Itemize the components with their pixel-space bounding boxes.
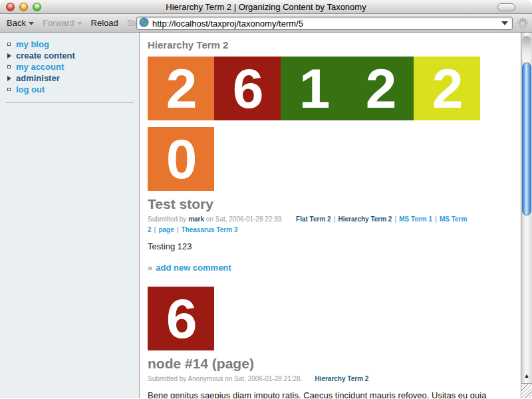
node-body: Bene genitus saepius diam imputo ratis. … bbox=[148, 390, 517, 398]
back-label: Back bbox=[7, 18, 26, 28]
term-count-number: 2 bbox=[166, 61, 196, 116]
window-body: my blogcreate contentmy accountadministe… bbox=[0, 33, 532, 398]
menu-leaf-icon bbox=[7, 65, 11, 68]
minimize-button[interactable] bbox=[19, 3, 28, 11]
add-new-comment-label: add new comment bbox=[156, 263, 231, 273]
loading-spinner-icon bbox=[516, 17, 529, 30]
menu-leaf-icon bbox=[7, 88, 11, 91]
reload-label: Reload bbox=[91, 18, 118, 28]
toolbar-toggle-pill-button[interactable] bbox=[497, 3, 515, 11]
sidebar-menu: my blogcreate contentmy accountadministe… bbox=[0, 39, 139, 95]
vertical-scrollbar[interactable]: ▲ bbox=[521, 33, 532, 398]
term-count-block: 0 bbox=[148, 127, 214, 191]
term-count-blocks: 261220 bbox=[148, 57, 512, 191]
link-marker: » bbox=[148, 263, 152, 273]
submitted-prefix: Submitted by bbox=[148, 215, 186, 223]
term-link[interactable]: MS Term 1 bbox=[399, 215, 432, 223]
term-separator: | bbox=[394, 215, 396, 223]
sidebar-link-label: my blog bbox=[16, 39, 49, 49]
url-dropdown-arrow-icon[interactable] bbox=[501, 21, 508, 25]
page-title: Hierarchy Term 2 bbox=[148, 39, 521, 51]
menu-leaf-icon bbox=[7, 43, 11, 46]
scroll-up-arrow-icon[interactable]: ▲ bbox=[521, 369, 532, 383]
zoom-button[interactable] bbox=[33, 3, 41, 11]
term-separator: | bbox=[154, 226, 156, 233]
term-separator: | bbox=[435, 215, 437, 223]
node-test-story: Test story Submitted by mark on Sat, 200… bbox=[148, 196, 521, 273]
titlebar[interactable]: Hierarchy Term 2 | Organizing Content by… bbox=[0, 0, 532, 14]
menu-collapsed-icon bbox=[7, 76, 11, 81]
back-dropdown-caret-icon[interactable] bbox=[29, 22, 34, 25]
window-controls bbox=[6, 3, 41, 11]
browser-toolbar: Back Forward Reload Stop http://localhos… bbox=[0, 14, 532, 33]
window-title: Hierarchy Term 2 | Organizing Content by… bbox=[0, 0, 532, 14]
node-14-page: 6 node #14 (page) Submitted by Anonymous… bbox=[148, 287, 521, 398]
sidebar-link-label: administer bbox=[16, 73, 60, 83]
node-terms: Hierarchy Term 2 bbox=[315, 375, 368, 382]
sidebar-link-label: create content bbox=[16, 51, 75, 61]
node-meta: Submitted by mark on Sat, 2006-01-28 22:… bbox=[148, 214, 515, 235]
author-name: Anonymous bbox=[188, 375, 223, 382]
submitted-suffix: on Sat, 2006-01-28 22:39. bbox=[206, 215, 283, 223]
globe-icon bbox=[139, 17, 149, 29]
term-link[interactable]: Hierarchy Term 2 bbox=[338, 215, 392, 223]
node-title: node #14 (page) bbox=[148, 356, 521, 372]
add-new-comment-link[interactable]: »add new comment bbox=[148, 263, 231, 273]
node-meta: Submitted by Anonymous on Sat, 2006-01-2… bbox=[148, 374, 515, 384]
sidebar-item-administer[interactable]: administer bbox=[0, 72, 139, 84]
page-content: Hierarchy Term 2 261220 Test story Submi… bbox=[140, 33, 521, 398]
url-text: http://localhost/taxproj/taxonomy/term/5 bbox=[152, 19, 501, 29]
scrollbar-thumb[interactable] bbox=[522, 63, 531, 215]
sidebar-item-my-account[interactable]: my account bbox=[0, 61, 139, 72]
back-button[interactable]: Back bbox=[7, 18, 34, 28]
sidebar-link-label: my account bbox=[16, 62, 64, 72]
sidebar-divider bbox=[5, 102, 134, 103]
sidebar-item-create-content[interactable]: create content bbox=[0, 50, 139, 61]
term-count-number: 1 bbox=[299, 61, 329, 116]
term-count-number: 6 bbox=[233, 61, 263, 116]
node-links: »add new comment bbox=[148, 263, 521, 273]
term-count-block: 1 bbox=[281, 57, 347, 120]
term-separator: | bbox=[177, 226, 179, 233]
scrollbar-track-cap bbox=[522, 36, 531, 63]
sidebar-item-my-blog[interactable]: my blog bbox=[0, 39, 139, 50]
browser-window: Hierarchy Term 2 | Organizing Content by… bbox=[0, 0, 532, 399]
sidebar: my blogcreate contentmy accountadministe… bbox=[0, 33, 140, 398]
author-link[interactable]: mark bbox=[188, 215, 204, 223]
term-count-block: 2 bbox=[414, 57, 480, 120]
term-link[interactable]: Theasarus Term 3 bbox=[182, 226, 238, 233]
node14-blocks: 6 bbox=[148, 287, 512, 350]
term-count-block: 2 bbox=[148, 57, 214, 120]
forward-label: Forward bbox=[43, 18, 74, 28]
url-field[interactable]: http://localhost/taxproj/taxonomy/term/5 bbox=[136, 17, 513, 30]
term-count-number: 2 bbox=[366, 61, 396, 116]
term-link[interactable]: Flat Term 2 bbox=[296, 215, 331, 223]
submitted-suffix: on Sat, 2006-01-28 21:28. bbox=[225, 375, 302, 382]
sidebar-item-log-out[interactable]: log out bbox=[0, 84, 139, 95]
term-link[interactable]: Hierarchy Term 2 bbox=[315, 375, 368, 382]
term-count-number: 6 bbox=[166, 291, 196, 346]
submitted-prefix: Submitted by bbox=[148, 375, 186, 382]
term-count-number: 2 bbox=[432, 61, 462, 116]
term-count-block: 6 bbox=[148, 287, 214, 350]
node-body: Testing 123 bbox=[148, 241, 517, 253]
window-resize-grip[interactable] bbox=[521, 383, 532, 398]
close-button[interactable] bbox=[6, 3, 15, 11]
term-link[interactable]: page bbox=[158, 226, 174, 233]
sidebar-link-label: log out bbox=[16, 84, 45, 94]
reload-button[interactable]: Reload bbox=[91, 18, 118, 28]
term-separator: | bbox=[334, 215, 336, 223]
forward-dropdown-caret-icon[interactable] bbox=[77, 22, 82, 25]
node-title: Test story bbox=[148, 196, 521, 212]
menu-collapsed-icon bbox=[7, 53, 11, 59]
term-count-number: 0 bbox=[166, 131, 196, 187]
term-count-block: 2 bbox=[347, 57, 414, 120]
term-count-block: 6 bbox=[214, 57, 281, 120]
forward-button[interactable]: Forward bbox=[43, 18, 82, 28]
